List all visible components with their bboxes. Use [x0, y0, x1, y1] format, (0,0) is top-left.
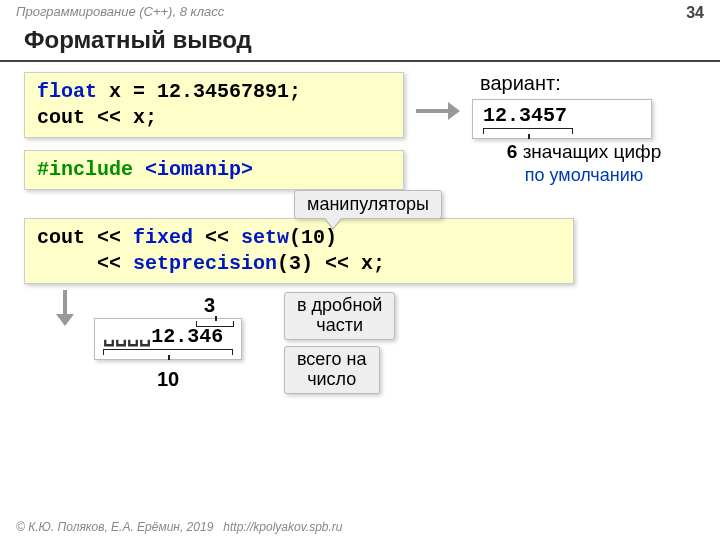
variant-label: вариант:: [480, 72, 696, 95]
sig-digits-label: 6 значащих цифр: [472, 141, 696, 163]
code-block-2: #include <iomanip>: [24, 150, 404, 190]
arrow-right-icon: [416, 100, 460, 122]
output-box-1: 12.3457: [472, 99, 652, 139]
callout-manipulators: манипуляторы: [294, 190, 442, 219]
callout-frac: в дробной части: [284, 292, 395, 340]
default-label: по умолчанию: [472, 165, 696, 186]
page-number: 34: [686, 4, 704, 22]
callout-total: всего на число: [284, 346, 380, 394]
code-block-3: cout << fixed << setw(10) << setprecisio…: [24, 218, 574, 284]
arrow-down-icon: [54, 290, 76, 326]
page-title: Форматный вывод: [0, 24, 720, 62]
anno-three: 3: [204, 294, 215, 317]
footer: © К.Ю. Поляков, Е.А. Ерёмин, 2019 http:/…: [16, 520, 343, 534]
anno-ten: 10: [94, 368, 242, 391]
code-block-1: float x = 12.34567891; cout << x;: [24, 72, 404, 138]
output-box-2: ␣␣␣␣12.346: [94, 318, 242, 360]
course-label: Программирование (С++), 8 класс: [16, 4, 224, 22]
